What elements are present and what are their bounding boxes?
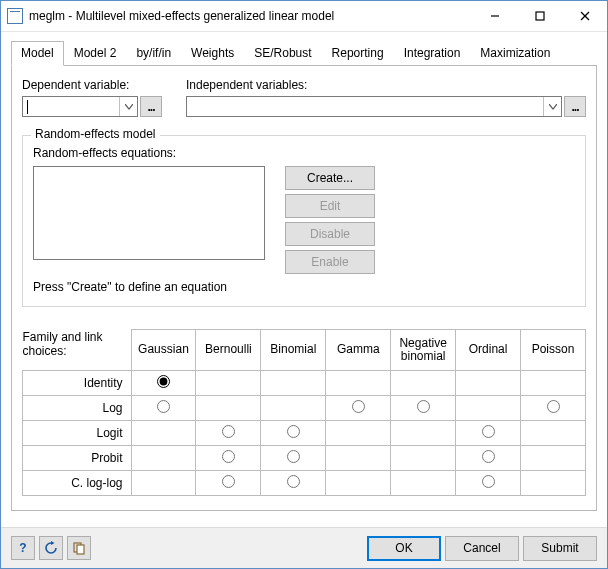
random-effects-equations-label: Random-effects equations:: [33, 146, 176, 160]
family-header-gaussian: Gaussian: [131, 330, 196, 371]
family-link-cell: [391, 446, 456, 471]
groupbox-title: Random-effects model: [31, 127, 160, 141]
content-area: ModelModel 2by/if/inWeightsSE/RobustRepo…: [1, 32, 607, 527]
family-link-radio[interactable]: [222, 475, 235, 488]
family-header-bernoulli: Bernoulli: [196, 330, 261, 371]
ok-button[interactable]: OK: [367, 536, 441, 561]
family-link-cell: [326, 421, 391, 446]
family-link-cell: [131, 371, 196, 396]
family-link-radio[interactable]: [482, 425, 495, 438]
close-button[interactable]: [562, 1, 607, 31]
tab-integration[interactable]: Integration: [394, 41, 471, 66]
family-link-radio[interactable]: [287, 475, 300, 488]
family-link-radio[interactable]: [157, 375, 170, 388]
link-header-probit: Probit: [23, 446, 132, 471]
family-link-cell: [456, 446, 521, 471]
family-link-radio[interactable]: [482, 450, 495, 463]
family-link-cell: [521, 446, 586, 471]
family-link-cell: [326, 396, 391, 421]
dependent-variable-browse-button[interactable]: ...: [140, 96, 162, 117]
family-link-cell: [326, 371, 391, 396]
family-link-radio[interactable]: [482, 475, 495, 488]
family-link-cell: [196, 421, 261, 446]
submit-button[interactable]: Submit: [523, 536, 597, 561]
random-effects-listbox[interactable]: [33, 166, 265, 260]
family-link-corner-label: Family and link choices:: [23, 330, 132, 371]
family-link-cell: [391, 371, 456, 396]
cancel-button[interactable]: Cancel: [445, 536, 519, 561]
family-link-cell: [261, 446, 326, 471]
family-link-cell: [131, 421, 196, 446]
family-header-poisson: Poisson: [521, 330, 586, 371]
family-link-radio[interactable]: [222, 425, 235, 438]
family-link-cell: [456, 471, 521, 496]
svg-rect-1: [536, 12, 544, 20]
dependent-variable-combobox[interactable]: [22, 96, 138, 117]
chevron-down-icon: [119, 97, 137, 116]
family-link-cell: [456, 371, 521, 396]
family-link-radio[interactable]: [222, 450, 235, 463]
link-header-identity: Identity: [23, 371, 132, 396]
family-link-cell: [196, 396, 261, 421]
refresh-icon: [44, 541, 58, 555]
family-link-cell: [131, 471, 196, 496]
help-icon: ?: [19, 541, 26, 555]
family-link-cell: [391, 471, 456, 496]
family-link-cell: [131, 446, 196, 471]
family-link-cell: [196, 371, 261, 396]
ellipsis-icon: ...: [147, 100, 154, 114]
family-link-cell: [261, 421, 326, 446]
reset-button[interactable]: [39, 536, 63, 560]
family-link-radio[interactable]: [547, 400, 560, 413]
family-link-radio[interactable]: [287, 425, 300, 438]
family-link-cell: [521, 396, 586, 421]
tab-page-model: Dependent variable: ...: [11, 66, 597, 511]
groupbox-hint: Press "Create" to define an equation: [33, 280, 575, 294]
family-link-cell: [261, 371, 326, 396]
maximize-button[interactable]: [517, 1, 562, 31]
app-icon: [7, 8, 23, 24]
family-link-radio[interactable]: [352, 400, 365, 413]
help-button[interactable]: ?: [11, 536, 35, 560]
create-button[interactable]: Create...: [285, 166, 375, 190]
family-link-cell: [456, 396, 521, 421]
family-link-cell: [456, 421, 521, 446]
independent-variables-combobox[interactable]: [186, 96, 562, 117]
link-header-logit: Logit: [23, 421, 132, 446]
family-link-cell: [521, 471, 586, 496]
tab-reporting[interactable]: Reporting: [322, 41, 394, 66]
family-header-binomial: Binomial: [261, 330, 326, 371]
copy-button[interactable]: [67, 536, 91, 560]
disable-button[interactable]: Disable: [285, 222, 375, 246]
tab-model[interactable]: Model: [11, 41, 64, 66]
family-link-cell: [391, 421, 456, 446]
tab-strip: ModelModel 2by/if/inWeightsSE/RobustRepo…: [11, 40, 597, 66]
chevron-down-icon: [543, 97, 561, 116]
tab-se-robust[interactable]: SE/Robust: [244, 41, 321, 66]
dependent-variable-label: Dependent variable:: [22, 78, 162, 92]
enable-button[interactable]: Enable: [285, 250, 375, 274]
independent-variables-browse-button[interactable]: ...: [564, 96, 586, 117]
family-link-radio[interactable]: [287, 450, 300, 463]
family-link-radio[interactable]: [417, 400, 430, 413]
family-link-radio[interactable]: [157, 400, 170, 413]
window-controls: [472, 1, 607, 31]
dialog-window: meglm - Multilevel mixed-effects general…: [0, 0, 608, 569]
family-link-cell: [131, 396, 196, 421]
tab-weights[interactable]: Weights: [181, 41, 244, 66]
ellipsis-icon: ...: [571, 100, 578, 114]
tab-model-2[interactable]: Model 2: [64, 41, 127, 66]
titlebar: meglm - Multilevel mixed-effects general…: [1, 1, 607, 32]
minimize-button[interactable]: [472, 1, 517, 31]
tab-maximization[interactable]: Maximization: [470, 41, 560, 66]
edit-button[interactable]: Edit: [285, 194, 375, 218]
family-header-ordinal: Ordinal: [456, 330, 521, 371]
family-link-cell: [261, 396, 326, 421]
family-link-cell: [326, 471, 391, 496]
tab-by-if-in[interactable]: by/if/in: [126, 41, 181, 66]
family-header-negative-binomial: Negativebinomial: [391, 330, 456, 371]
family-link-cell: [261, 471, 326, 496]
family-link-cell: [196, 446, 261, 471]
family-link-cell: [521, 421, 586, 446]
copy-icon: [72, 541, 86, 555]
